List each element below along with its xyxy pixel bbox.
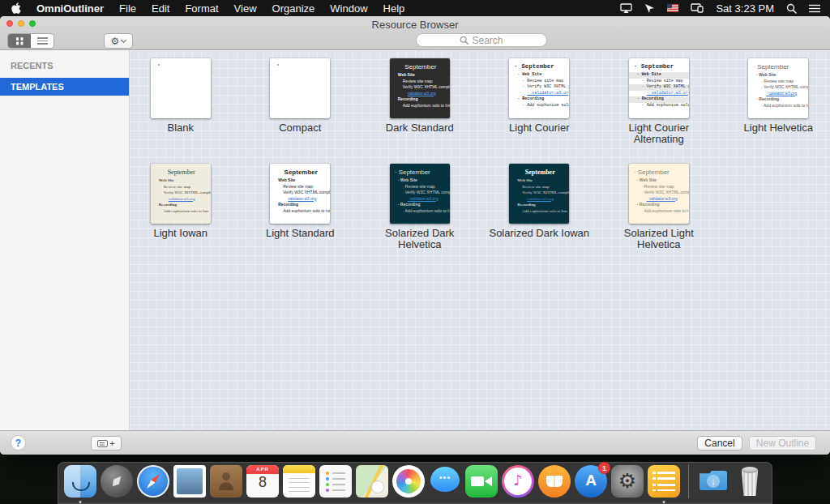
dock-itunes-icon[interactable] [502, 465, 534, 498]
template-label: Solarized Light Helvetica [604, 228, 714, 250]
preview-line: · Review site map [512, 79, 566, 85]
template-label: Light Helvetica [723, 122, 830, 134]
running-indicator-dot [663, 501, 665, 503]
preview-line: · Verify W3C XHTML compli [629, 84, 689, 91]
spotlight-search-icon[interactable] [786, 3, 797, 14]
list-view-button[interactable] [31, 34, 53, 48]
dock-maps-icon[interactable] [356, 465, 388, 498]
dock-safari-icon[interactable] [137, 465, 169, 498]
sidebar-item-recents[interactable]: RECENTS [0, 57, 129, 75]
dock-messages-icon[interactable] [429, 465, 461, 498]
template-card-blank[interactable]: Blank [130, 58, 237, 164]
preview-line: · Recording [512, 96, 566, 103]
add-template-button[interactable]: + [91, 436, 122, 451]
template-card-light-courier[interactable]: · September· Web Site· Review site map· … [482, 58, 596, 164]
dock-omnioutliner-icon[interactable] [648, 465, 680, 498]
presenter-pointer-icon[interactable] [644, 3, 655, 13]
preview-line: · Web Site [751, 72, 805, 79]
action-menu-button[interactable]: ⚙ [104, 33, 133, 49]
resource-browser-window: Resource Browser ⚙ Search RECENTS [0, 16, 830, 455]
search-icon [460, 36, 468, 45]
dock-ibooks-icon[interactable] [538, 465, 571, 498]
preview-line: · September [629, 62, 689, 71]
preview-line: · validator.w3.org [632, 196, 686, 203]
preview-line: Add euphonium solo to Intr [154, 208, 208, 215]
dock-mail-icon[interactable] [173, 465, 206, 498]
dock-notes-icon[interactable] [283, 465, 315, 498]
menu-window[interactable]: Window [330, 2, 367, 15]
menu-edit[interactable]: Edit [152, 2, 169, 15]
title-bar[interactable]: Resource Browser ⚙ Search [0, 16, 830, 50]
dock-calendar-icon[interactable]: APR8 [246, 465, 279, 498]
template-card-compact[interactable]: Compact [243, 58, 357, 164]
menu-file[interactable]: File [119, 2, 136, 15]
gear-icon: ⚙ [111, 36, 120, 46]
app-menu-title[interactable]: OmniOutliner [36, 2, 104, 15]
menu-format[interactable]: Format [185, 2, 218, 15]
preview-line: validator.w3.org [393, 91, 447, 97]
preview-line: · Web Site [629, 72, 689, 79]
template-card-light-helvetica[interactable]: · September· Web Site· Review site map· … [721, 58, 830, 164]
preview-line: · Add euphonium solo to Intr [632, 208, 686, 215]
cancel-button[interactable]: Cancel [697, 436, 742, 451]
help-button[interactable]: ? [11, 435, 26, 451]
dock-divider [688, 464, 689, 498]
template-thumbnail: SeptemberWeb SiteReview site mapVerify W… [509, 164, 569, 224]
template-card-solarized-dark-iowan[interactable]: SeptemberWeb SiteReview site mapVerify W… [482, 164, 596, 269]
template-card-solarized-dark-helvetica[interactable]: · September· Web Site· Review site map· … [363, 164, 477, 269]
preview-line: · Review site map [393, 184, 447, 190]
preview-line: Recording [154, 202, 208, 208]
preview-line: · Web Site [512, 72, 566, 79]
dock-downloads-icon[interactable] [697, 465, 729, 498]
dock-launchpad-icon[interactable] [101, 465, 133, 498]
menu-organize[interactable]: Organize [272, 2, 315, 15]
row-handle-dot [277, 64, 279, 66]
sidebar-item-templates[interactable]: TEMPLATES [0, 78, 129, 96]
search-placeholder: Search [472, 35, 503, 46]
preview-line: · Recording [632, 202, 686, 208]
sidebar-templates-label: TEMPLATES [11, 82, 64, 92]
template-card-solarized-light-helvetica[interactable]: · September· Web Site· Review site map· … [602, 164, 716, 269]
new-outline-button[interactable]: New Outline [749, 436, 816, 451]
preview-line: · Recording [393, 202, 447, 208]
template-thumbnail: · September· Web Site· Review site map· … [390, 164, 450, 224]
menu-bar-clock[interactable]: Sat 3:23 PM [716, 2, 774, 15]
preview-line: Verify W3C XHTML compli [273, 190, 327, 196]
preview-line: validator.w3.org [154, 196, 208, 203]
dock-photos-icon[interactable] [392, 465, 425, 498]
template-label: Compact [245, 122, 355, 134]
template-thumbnail [151, 58, 211, 118]
preview-line: Web Site [273, 177, 327, 184]
menu-view[interactable]: View [234, 2, 257, 15]
airplay-display-icon[interactable] [620, 3, 632, 13]
displays-icon[interactable] [691, 3, 704, 13]
template-label: Blank [130, 122, 236, 134]
us-flag-input-source-icon[interactable] [667, 4, 678, 12]
dock-sysprefs-icon[interactable] [611, 465, 644, 498]
notification-center-icon[interactable] [809, 4, 820, 13]
dock-facetime-icon[interactable] [465, 465, 498, 498]
preview-line: · September [632, 168, 686, 177]
template-card-light-courier-alt[interactable]: · September· Web Site· Review site map· … [602, 58, 716, 164]
template-label: Solarized Dark Iowan [484, 228, 594, 239]
preview-line: · validator.w3.org [629, 91, 689, 97]
template-label: Solarized Dark Helvetica [365, 228, 475, 250]
template-card-light-standard[interactable]: SeptemberWeb SiteReview site mapVerify W… [243, 164, 357, 269]
template-thumbnail: · September· Web Site· Review site map· … [629, 164, 689, 224]
search-input[interactable]: Search [416, 33, 547, 47]
preview-line: Review site map [512, 184, 566, 190]
dock-appstore-icon[interactable]: 1 [575, 465, 607, 498]
preview-line: · Add euphonium solo to Intr [393, 208, 447, 215]
menu-help[interactable]: Help [383, 2, 405, 15]
template-card-dark-standard[interactable]: SeptemberWeb SiteReview site mapVerify W… [363, 58, 477, 164]
template-card-light-iowan[interactable]: SeptemberWeb SiteReview site mapVerify W… [130, 164, 237, 269]
plus-label: + [109, 439, 114, 448]
calendar-day-label: 8 [246, 474, 279, 491]
dock-reminders-icon[interactable] [319, 465, 352, 498]
apple-menu[interactable] [11, 2, 21, 14]
preview-line: · Recording [629, 96, 689, 103]
dock-trash-icon[interactable] [734, 465, 766, 498]
grid-view-button[interactable] [8, 34, 31, 48]
dock-finder-icon[interactable] [64, 465, 96, 498]
dock-contacts-icon[interactable] [210, 465, 242, 498]
